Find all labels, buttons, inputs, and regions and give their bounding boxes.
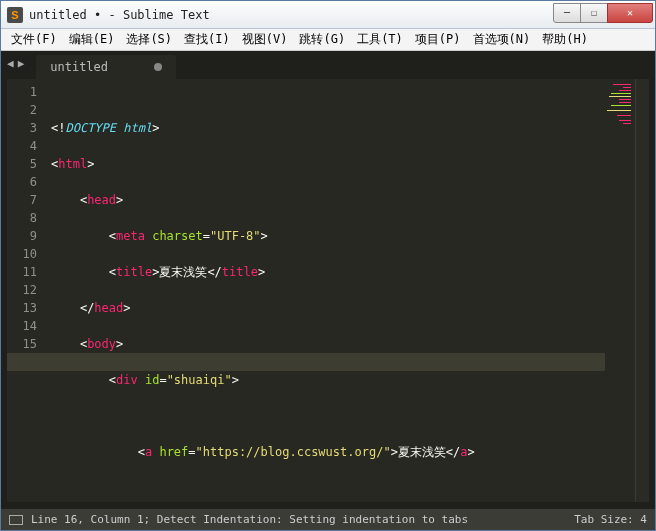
tab-nav: ◀ ▶ [7, 51, 24, 79]
mm-mark [623, 87, 631, 88]
menu-view[interactable]: 视图(V) [236, 29, 294, 50]
close-button[interactable]: ✕ [607, 3, 653, 23]
status-left: Line 16, Column 1; Detect Indentation: S… [31, 513, 468, 526]
line-no: 10 [7, 245, 37, 263]
mm-mark [613, 84, 631, 85]
menu-help[interactable]: 帮助(H) [536, 29, 594, 50]
code-line: <meta charset="UTF-8"> [51, 227, 605, 245]
gutter-highlight [7, 353, 45, 371]
line-no: 7 [7, 191, 37, 209]
mm-mark [619, 120, 631, 121]
line-no: 6 [7, 173, 37, 191]
mm-mark [611, 93, 631, 94]
mm-mark [617, 115, 631, 116]
code-line [51, 407, 605, 425]
scrollbar[interactable] [635, 79, 649, 502]
code-line: <head> [51, 191, 605, 209]
active-line-highlight [45, 353, 605, 371]
code-line: <html> [51, 155, 605, 173]
line-no: 12 [7, 281, 37, 299]
code-line: <div id="shuaiqi"> [51, 371, 605, 389]
titlebar[interactable]: untitled • - Sublime Text ─ ☐ ✕ [1, 1, 655, 29]
line-no: 9 [7, 227, 37, 245]
dirty-dot-icon [154, 63, 162, 71]
menu-project[interactable]: 项目(P) [409, 29, 467, 50]
mm-mark [623, 123, 631, 124]
app-icon [7, 7, 23, 23]
mm-mark [611, 105, 631, 106]
maximize-button[interactable]: ☐ [580, 3, 608, 23]
app-window: untitled • - Sublime Text ─ ☐ ✕ 文件(F) 编辑… [0, 0, 656, 531]
panel-toggle-icon[interactable] [9, 515, 23, 525]
line-no: 11 [7, 263, 37, 281]
statusbar: Line 16, Column 1; Detect Indentation: S… [1, 508, 655, 530]
tab-prev-icon[interactable]: ◀ [7, 57, 14, 70]
code-line [51, 479, 605, 497]
editor: 1 2 3 4 5 6 7 8 9 10 11 12 13 14 15 16 <… [1, 79, 655, 508]
line-no: 2 [7, 101, 37, 119]
menu-find[interactable]: 查找(I) [178, 29, 236, 50]
line-no: 13 [7, 299, 37, 317]
mm-mark [619, 99, 631, 100]
code-line: <a href="https://blog.ccswust.org/">夏末浅笑… [51, 443, 605, 461]
mm-mark [609, 96, 631, 97]
tab-label: untitled [50, 60, 108, 74]
code-line: <body> [51, 335, 605, 353]
mm-mark [619, 90, 631, 91]
line-no: 4 [7, 137, 37, 155]
mm-mark [607, 110, 631, 111]
menu-goto[interactable]: 跳转(G) [293, 29, 351, 50]
mm-mark [619, 102, 631, 103]
gutter: 1 2 3 4 5 6 7 8 9 10 11 12 13 14 15 16 [7, 79, 45, 502]
tabstrip: ◀ ▶ untitled [1, 51, 655, 79]
code-area[interactable]: <!DOCTYPE html> <html> <head> <meta char… [45, 79, 605, 502]
menu-edit[interactable]: 编辑(E) [63, 29, 121, 50]
code-line: <title>夏末浅笑</title> [51, 263, 605, 281]
tab-next-icon[interactable]: ▶ [18, 57, 25, 70]
menu-select[interactable]: 选择(S) [120, 29, 178, 50]
window-title: untitled • - Sublime Text [29, 8, 554, 22]
line-no: 3 [7, 119, 37, 137]
line-no: 8 [7, 209, 37, 227]
tab-untitled[interactable]: untitled [36, 55, 176, 79]
line-no: 14 [7, 317, 37, 335]
menubar: 文件(F) 编辑(E) 选择(S) 查找(I) 视图(V) 跳转(G) 工具(T… [1, 29, 655, 51]
menu-tools[interactable]: 工具(T) [351, 29, 409, 50]
line-no: 5 [7, 155, 37, 173]
window-controls: ─ ☐ ✕ [554, 3, 653, 23]
line-no: 1 [7, 83, 37, 101]
minimap[interactable] [605, 79, 635, 502]
code-line: </head> [51, 299, 605, 317]
minimize-button[interactable]: ─ [553, 3, 581, 23]
menu-file[interactable]: 文件(F) [5, 29, 63, 50]
line-no: 15 [7, 335, 37, 353]
menu-prefs[interactable]: 首选项(N) [467, 29, 537, 50]
status-right[interactable]: Tab Size: 4 [574, 513, 647, 526]
code-line: <!DOCTYPE html> [51, 119, 605, 137]
